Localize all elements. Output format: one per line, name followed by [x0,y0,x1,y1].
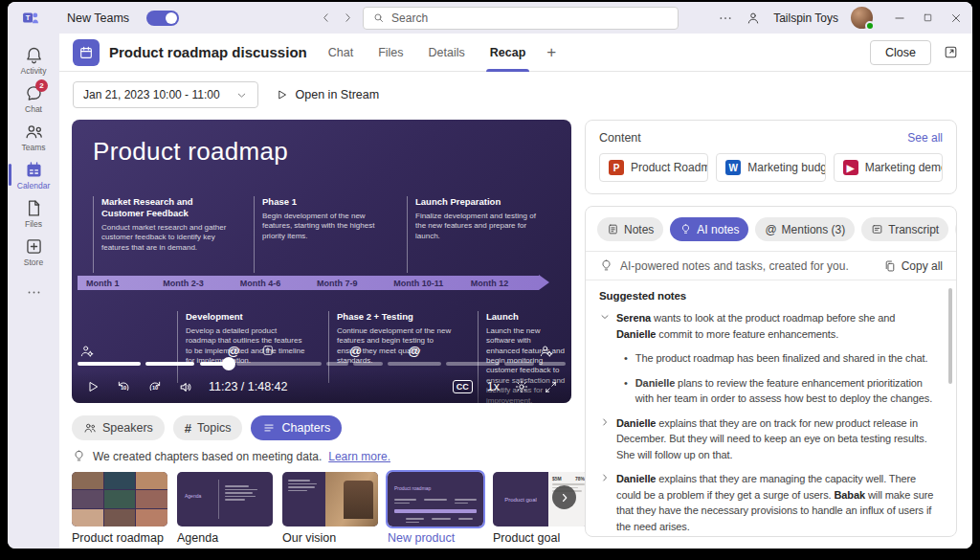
search-input[interactable]: Search [363,7,679,30]
content-file-name: Marketing budget... [747,161,825,174]
seek-segment [78,362,141,366]
chapter-product-roadmap-review[interactable]: Product roadmap review [72,472,167,549]
maximize-button[interactable] [922,11,934,24]
nav-forward-button[interactable] [341,11,355,25]
titlebar: T New Teams Search Tailspin Toys [8,2,972,34]
filter-chip-speakers[interactable]: Speakers [72,415,165,440]
tab-chat[interactable]: Chat [328,34,353,72]
player-settings-button[interactable] [514,379,529,394]
sidebar-item-files[interactable]: Files [8,194,59,232]
search-placeholder: Search [391,11,428,25]
playhead[interactable] [222,357,235,370]
nav-back-button[interactable] [319,11,333,25]
chapter-new-product-roadmap[interactable]: Product roadmapNew product roadmap [388,472,483,549]
fullscreen-button[interactable] [544,380,558,394]
notes-tab-notes[interactable]: Notes [597,217,663,241]
avatar[interactable] [851,7,873,29]
more-icon[interactable] [26,284,42,301]
notes-tab-transcript[interactable]: Transcript [861,217,948,241]
tab-details[interactable]: Details [429,34,465,72]
transcript-icon [871,223,883,235]
notes-tab-ai-notes[interactable]: AI notes [670,217,748,241]
chapters-tip: We created chapters based on meeting dat… [72,449,571,463]
teams-logo-icon: T [21,9,40,28]
chapter-title: Product goal [493,531,589,547]
captions-button[interactable]: CC [453,380,473,393]
chapter-title: Product roadmap review [72,531,167,549]
mention-marker[interactable]: @ [409,344,421,358]
chapters-tip-text: We created chapters based on meeting dat… [93,450,322,463]
org-name: Tailspin Toys [773,11,838,25]
phase-heading: Development [186,311,306,323]
volume-button[interactable] [178,379,194,395]
window-close-button[interactable] [949,11,963,25]
chevron-right-icon[interactable] [599,472,611,534]
chevron-right-icon[interactable] [599,416,611,463]
sidebar-item-store[interactable]: Store [8,233,59,270]
chapter-our-vision[interactable]: Our vision39:08 [282,472,378,549]
chapter-thumbnail[interactable]: Agenda [177,472,273,526]
seek-bar[interactable] [78,359,566,369]
timeline-month-label: Month 2-3 [154,276,231,290]
next-chapters-button[interactable] [552,485,576,509]
unread-badge: 2 [35,79,48,92]
close-button[interactable]: Close [870,40,931,65]
date-range-value: Jan 21, 2023 10:00 - 11:00 [83,88,220,101]
hash-icon: # [185,421,191,436]
recording-section: Product roadmap Market Research and Cust… [72,120,571,549]
notes-tab-mentions-3-[interactable]: @Mentions (3) [755,217,855,241]
chevron-down-icon[interactable] [599,311,611,342]
at-icon: @ [765,223,776,236]
mention-marker[interactable]: @ [228,344,240,358]
sidebar-item-chat[interactable]: 2Chat [8,79,59,117]
phase-body: Begin development of the new features, s… [262,212,386,241]
learn-more-link[interactable]: Learn more. [328,450,390,463]
speaker-marker[interactable] [539,344,554,359]
timeline-month-label: Month 7-9 [308,276,385,290]
person-icon[interactable] [746,11,761,26]
forward-10-button[interactable]: 10 [146,378,164,395]
filter-chip-topics[interactable]: #Topics [173,415,243,440]
chapter-thumbnail[interactable] [282,472,378,526]
chapter-agenda[interactable]: AgendaAgenda39:08 [177,472,273,549]
chapter-thumbnail[interactable]: Product roadmap [388,472,483,526]
note-text: Danielle explains that they are on track… [616,415,937,463]
minimize-button[interactable] [893,11,906,25]
open-in-stream-button[interactable]: Open in Stream [276,88,380,101]
player-controls: 10 10 11:23 / 1:48:42 CC 1x [72,370,571,403]
tab-files[interactable]: Files [378,34,403,72]
chapter-product-goal[interactable]: Product goal$5M78%Product goal39:08 [493,472,589,549]
sidebar-item-label: Store [24,258,43,267]
rewind-10-button[interactable]: 10 [115,378,132,395]
video-player[interactable]: Product roadmap Market Research and Cust… [72,120,571,403]
teams-window: T New Teams Search Tailspin Toys [8,2,972,549]
more-options-icon[interactable] [718,11,733,26]
sidebar-item-activity[interactable]: Activity [8,41,59,78]
mention-marker[interactable]: @ [349,344,362,358]
sidebar-item-calendar[interactable]: Calendar [8,156,59,193]
meeting-tabs: ChatFilesDetailsRecap [328,34,526,72]
meeting-title: Product roadmap discussion [109,44,307,60]
chevron-down-icon [235,89,248,101]
see-all-link[interactable]: See all [907,131,943,145]
open-in-stream-label: Open in Stream [296,88,380,101]
content-file-marketing-demo-[interactable]: ▶Marketing demo... [834,153,943,182]
tab-recap[interactable]: Recap [490,34,526,72]
add-tab-button[interactable]: + [546,43,556,62]
popout-icon[interactable] [943,44,959,60]
sidebar-item-teams[interactable]: Teams [8,118,59,155]
active-indicator [9,164,11,186]
new-teams-toggle[interactable] [146,11,179,26]
playback-speed-button[interactable]: 1x [487,380,500,393]
chapter-thumbnail[interactable] [72,472,167,526]
content-file-product-roadmap-[interactable]: PProduct Roadmap... [599,153,708,182]
notes-scrollbar[interactable] [948,288,952,384]
copy-all-button[interactable]: Copy all [883,259,943,273]
play-button[interactable] [85,379,100,394]
date-range-dropdown[interactable]: Jan 21, 2023 10:00 - 11:00 [73,81,258,108]
notes-tab-chat[interactable]: Chat [955,217,957,241]
share-marker[interactable] [261,344,275,357]
filter-chip-chapters[interactable]: Chapters [251,415,342,440]
speaker-marker[interactable] [79,344,95,359]
content-file-marketing-budget-[interactable]: WMarketing budget... [716,153,825,182]
